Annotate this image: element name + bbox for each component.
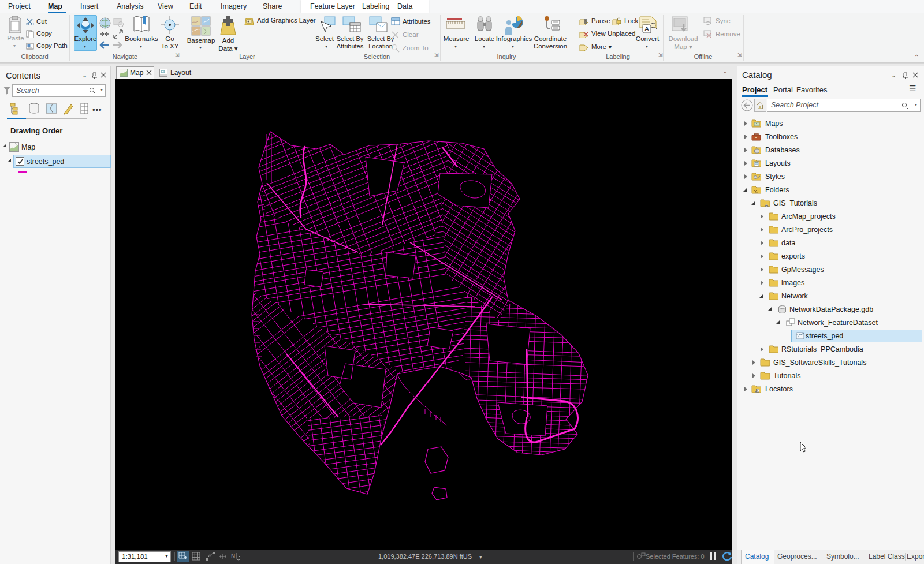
svg-text:N: N	[231, 553, 235, 559]
svg-text:A: A	[644, 25, 649, 32]
